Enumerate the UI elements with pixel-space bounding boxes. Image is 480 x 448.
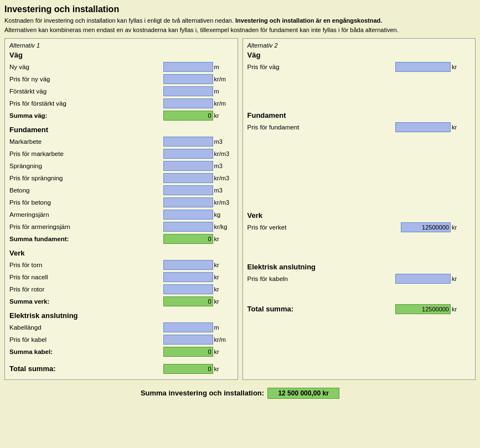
alt1-vag-title: Väg (9, 51, 233, 59)
alt1-summa-verk-value (163, 296, 213, 306)
alt1-pris-kabel-unit: kr/m (213, 336, 233, 343)
alt1-pris-forstarkt-vag-row: Pris för förstärkt väg kr/m (9, 98, 233, 109)
alt1-pris-nacell-label: Pris för nacell (9, 274, 163, 280)
alt1-kabellangd-label: Kabellängd (9, 324, 163, 331)
alt2-pris-fundament-row: Pris för fundament kr (247, 122, 471, 133)
alt1-pris-torn-unit: kr (213, 262, 233, 268)
alt1-pris-torn-row: Pris för torn kr (9, 259, 233, 270)
alt1-pris-ny-vag-row: Pris för ny väg kr/m (9, 74, 233, 85)
alt1-total-value (163, 364, 213, 374)
alt1-kabellangd-row: Kabellängd m (9, 322, 233, 333)
alt1-forstarkt-vag-row: Förstärkt väg m (9, 86, 233, 97)
alt1-fundament-title: Fundament (9, 126, 233, 134)
alt2-pris-fundament-input[interactable] (395, 122, 451, 132)
alt2-pris-verket-row: Pris för verket kr (247, 222, 471, 233)
alt1-armeringsjarn-label: Armeringsjärn (9, 211, 163, 218)
alternativ1-panel: Alternativ 1 Väg Ny väg m Pris för ny vä… (4, 38, 238, 380)
alt2-total-label: Total summa: (247, 305, 396, 313)
alt1-summa-fundament-row: Summa fundament: kr (9, 233, 233, 244)
alt1-pris-rotor-input[interactable] (163, 284, 213, 294)
main-layout: Alternativ 1 Väg Ny väg m Pris för ny vä… (4, 38, 476, 380)
alt2-total-row: Total summa: kr (247, 304, 471, 314)
alt2-vag-title: Väg (247, 51, 471, 59)
alt1-pris-kabel-row: Pris för kabel kr/m (9, 334, 233, 345)
alt1-summa-verk-row: Summa verk: kr (9, 296, 233, 307)
bottom-total-value: 12 500 000,00 kr (267, 388, 339, 399)
alt1-pris-kabel-input[interactable] (163, 335, 213, 345)
alt1-forstarkt-vag-label: Förstärkt väg (9, 88, 163, 95)
alt1-betong-label: Betong (9, 187, 163, 194)
alt1-ny-vag-unit: m (213, 64, 233, 70)
alt1-summa-vag-unit: kr (213, 112, 233, 119)
alt2-pris-kabeln-label: Pris för kabeln (247, 275, 396, 282)
alt2-verk-title: Verk (247, 211, 471, 220)
alt1-markarbete-label: Markarbete (9, 138, 163, 145)
alt1-pris-markarbete-input[interactable] (163, 149, 213, 159)
alt1-betong-row: Betong m3 (9, 185, 233, 196)
alt1-pris-markarbete-label: Pris för markarbete (9, 150, 163, 157)
alt1-pris-armeringsjarn-row: Pris för armeringsjärn kr/kg (9, 221, 233, 232)
alt1-pris-sprangning-unit: kr/m3 (213, 175, 233, 181)
alt1-betong-unit: m3 (213, 187, 233, 194)
alt1-sprangning-input[interactable] (163, 161, 213, 171)
alt1-pris-ny-vag-input[interactable] (163, 74, 213, 84)
alt1-pris-betong-unit: kr/m3 (213, 199, 233, 206)
alt1-pris-betong-label: Pris för betong (9, 199, 163, 206)
intro-line2: Alternativen kan kombineras men endast e… (4, 26, 476, 34)
alt2-pris-fundament-label: Pris för fundament (247, 124, 396, 131)
alt1-pris-sprangning-row: Pris för sprängning kr/m3 (9, 173, 233, 184)
alt1-pris-armeringsjarn-unit: kr/kg (213, 223, 233, 230)
bottom-total: Summa investering och installation: 12 5… (4, 388, 476, 399)
alt1-total-row: Total summa: kr (9, 364, 233, 374)
alt1-ny-vag-input[interactable] (163, 62, 213, 72)
alt1-pris-kabel-label: Pris för kabel (9, 336, 163, 343)
alt1-forstarkt-vag-input[interactable] (163, 86, 213, 96)
alt2-pris-vag-unit: kr (451, 64, 471, 70)
alt2-pris-verket-input[interactable] (401, 222, 451, 232)
alt1-summa-verk-unit: kr (213, 298, 233, 305)
alt1-kabellangd-input[interactable] (163, 322, 213, 332)
alt2-total-value (395, 304, 451, 314)
alt1-pris-armeringsjarn-input[interactable] (163, 222, 213, 232)
alt1-pris-torn-input[interactable] (163, 260, 213, 270)
alt1-armeringsjarn-input[interactable] (163, 210, 213, 220)
alt1-pris-forstarkt-vag-unit: kr/m (213, 100, 233, 107)
alt1-pris-forstarkt-vag-input[interactable] (163, 98, 213, 108)
alt1-pris-markarbete-row: Pris för markarbete kr/m3 (9, 148, 233, 159)
alt1-elanslutning-title: Elektrisk anslutning (9, 311, 233, 320)
alt1-summa-vag-value (163, 111, 213, 121)
alt1-summa-kabel-unit: kr (213, 348, 233, 355)
alt2-pris-kabeln-row: Pris för kabeln kr (247, 273, 471, 284)
alt1-summa-fundament-unit: kr (213, 236, 233, 242)
alt2-pris-vag-input[interactable] (395, 62, 451, 72)
alt2-pris-fundament-unit: kr (451, 124, 471, 131)
alt1-markarbete-input[interactable] (163, 137, 213, 147)
alt1-pris-ny-vag-unit: kr/m (213, 76, 233, 82)
alt2-pris-kabeln-input[interactable] (395, 274, 451, 284)
alt1-armeringsjarn-unit: kg (213, 211, 233, 218)
alt1-pris-sprangning-input[interactable] (163, 173, 213, 183)
alt2-label: Alternativ 2 (247, 42, 471, 49)
alt1-summa-kabel-value (163, 347, 213, 357)
alt1-kabellangd-unit: m (213, 324, 233, 331)
alt2-pris-verket-unit: kr (451, 224, 471, 231)
alt1-summa-fundament-label: Summa fundament: (9, 236, 163, 242)
alt1-forstarkt-vag-unit: m (213, 88, 233, 95)
alt1-summa-vag-label: Summa väg: (9, 112, 163, 119)
alt1-summa-vag-row: Summa väg: kr (9, 110, 233, 121)
alt1-pris-nacell-input[interactable] (163, 272, 213, 282)
alt1-pris-rotor-label: Pris för rotor (9, 286, 163, 293)
alt1-ny-vag-label: Ny väg (9, 64, 163, 70)
alt1-summa-kabel-row: Summa kabel: kr (9, 346, 233, 357)
bottom-total-label: Summa investering och installation: (141, 389, 264, 397)
alt1-sprangning-unit: m3 (213, 163, 233, 169)
alt1-pris-betong-input[interactable] (163, 197, 213, 207)
alt1-pris-rotor-row: Pris för rotor kr (9, 284, 233, 295)
alt1-pris-armeringsjarn-label: Pris för armeringsjärn (9, 223, 163, 230)
alt2-pris-kabeln-unit: kr (451, 275, 471, 282)
alt1-betong-input[interactable] (163, 185, 213, 195)
page-title: Investering och installation (4, 4, 476, 14)
alt1-pris-sprangning-label: Pris för sprängning (9, 175, 163, 181)
alt1-verk-title: Verk (9, 249, 233, 257)
intro-line1: Kostnaden för investering och installati… (4, 17, 476, 25)
